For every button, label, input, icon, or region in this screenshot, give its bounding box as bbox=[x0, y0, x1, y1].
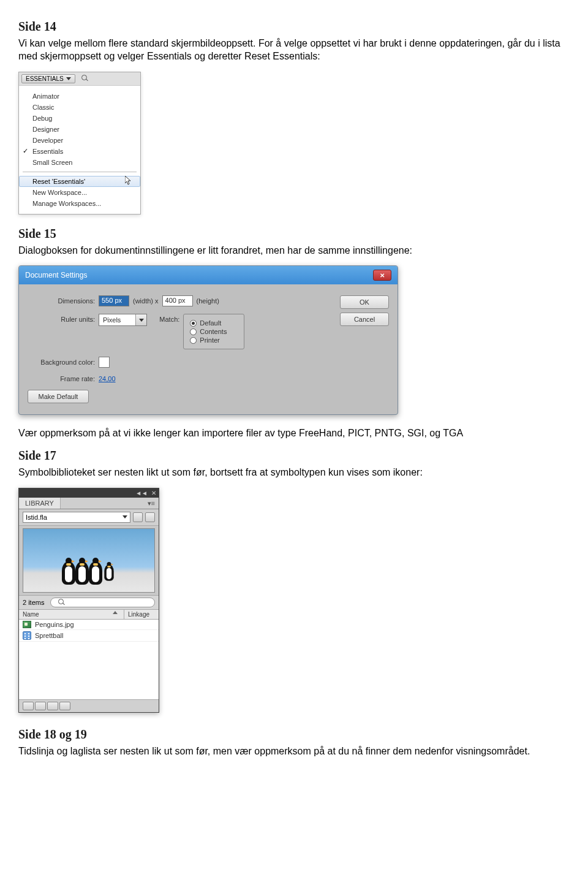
bitmap-icon bbox=[23, 621, 31, 628]
paragraph-side-17: Symbolbiblioteket ser nesten likt ut som… bbox=[18, 466, 570, 479]
workspace-action-reset-essentials[interactable]: Reset 'Essentials' bbox=[19, 176, 140, 187]
new-folder-button[interactable] bbox=[35, 702, 46, 710]
background-color-label: Background color: bbox=[28, 359, 95, 366]
column-header-name-label: Name bbox=[23, 611, 39, 618]
menu-divider bbox=[23, 172, 137, 172]
close-icon[interactable]: ✕ bbox=[151, 490, 156, 496]
heading-side-15: Side 15 bbox=[18, 227, 570, 241]
column-header-name[interactable]: Name bbox=[19, 610, 124, 619]
height-label: (height) bbox=[197, 297, 219, 305]
workspace-list: AnimatorClassicDebugDesignerDeveloperEss… bbox=[19, 86, 140, 214]
dialog-title: Document Settings bbox=[25, 271, 87, 279]
dialog-titlebar: Document Settings ✕ bbox=[19, 266, 398, 284]
library-item-name: Sprettball bbox=[35, 632, 63, 639]
radio-label: Default bbox=[200, 319, 221, 327]
library-item[interactable]: Penguins.jpg bbox=[19, 620, 159, 630]
heading-side-14: Side 14 bbox=[18, 20, 570, 34]
library-search-input[interactable] bbox=[50, 598, 155, 607]
width-input[interactable]: 550 px bbox=[99, 295, 129, 306]
pin-button[interactable] bbox=[133, 512, 143, 522]
movieclip-icon bbox=[23, 631, 31, 640]
dimensions-label: Dimensions: bbox=[28, 297, 95, 305]
match-radio-printer[interactable]: Printer bbox=[190, 336, 238, 344]
workspace-item-animator[interactable]: Animator bbox=[19, 91, 140, 102]
workspace-switcher-button[interactable]: ESSENTIALS bbox=[21, 74, 75, 83]
heading-side-18-19: Side 18 og 19 bbox=[18, 727, 570, 742]
paragraph-side-18-19: Tidslinja og laglista ser nesten lik ut … bbox=[18, 745, 570, 758]
document-settings-dialog: Document Settings ✕ Dimensions: 550 px (… bbox=[18, 265, 398, 415]
make-default-button[interactable]: Make Default bbox=[28, 390, 89, 403]
frame-rate-label: Frame rate: bbox=[28, 375, 95, 382]
new-library-button[interactable] bbox=[145, 512, 155, 522]
radio-label: Contents bbox=[200, 328, 227, 335]
workspace-item-classic[interactable]: Classic bbox=[19, 102, 140, 113]
paragraph-side-15: Dialogboksen for dokumentinnstillingene … bbox=[18, 245, 570, 257]
panel-tabs: LIBRARY ▾≡ bbox=[19, 498, 159, 509]
library-count-row: 2 items bbox=[19, 595, 159, 610]
workspace-header: ESSENTIALS bbox=[19, 72, 140, 86]
library-footer bbox=[19, 699, 159, 712]
library-item[interactable]: Sprettball bbox=[19, 630, 159, 642]
radio-label: Printer bbox=[200, 336, 219, 344]
sort-indicator-icon bbox=[113, 611, 118, 614]
heading-side-17: Side 17 bbox=[18, 449, 570, 463]
height-input[interactable]: 400 px bbox=[162, 295, 193, 306]
library-column-headers: Name Linkage bbox=[19, 610, 159, 620]
search-icon[interactable] bbox=[81, 75, 89, 82]
library-item-name: Penguins.jpg bbox=[35, 621, 74, 628]
workspace-item-debug[interactable]: Debug bbox=[19, 113, 140, 124]
workspace-item-developer[interactable]: Developer bbox=[19, 135, 140, 146]
cursor-icon bbox=[125, 176, 132, 187]
radio-icon bbox=[190, 320, 197, 327]
library-tab[interactable]: LIBRARY bbox=[19, 498, 61, 509]
match-radio-default[interactable]: Default bbox=[190, 319, 238, 327]
workspace-action-new-workspace[interactable]: New Workspace... bbox=[19, 187, 140, 198]
library-preview bbox=[23, 528, 155, 593]
frame-rate-value[interactable]: 24,00 bbox=[99, 375, 116, 382]
workspace-item-designer[interactable]: Designer bbox=[19, 124, 140, 135]
workspace-item-small-screen[interactable]: Small Screen bbox=[19, 157, 140, 168]
library-file-name: Istid.fla bbox=[26, 514, 47, 521]
collapse-icon[interactable]: ◄◄ bbox=[135, 490, 148, 496]
workspace-action-manage-workspaces[interactable]: Manage Workspaces... bbox=[19, 198, 140, 209]
workspace-switcher-label: ESSENTIALS bbox=[26, 75, 64, 82]
library-file-selector: Istid.fla bbox=[19, 509, 159, 526]
background-color-swatch[interactable] bbox=[99, 357, 110, 368]
cancel-button[interactable]: Cancel bbox=[340, 313, 389, 326]
match-label: Match: bbox=[159, 316, 179, 323]
match-radio-contents[interactable]: Contents bbox=[190, 328, 238, 335]
paragraph-side-14: Vi kan velge mellom flere standard skjer… bbox=[18, 37, 570, 63]
library-item-count: 2 items bbox=[23, 599, 44, 606]
preview-image-penguins bbox=[62, 556, 116, 587]
delete-button[interactable] bbox=[59, 702, 70, 710]
library-panel: ◄◄ ✕ LIBRARY ▾≡ Istid.fla 2 items Name bbox=[18, 488, 159, 713]
library-item-list: Penguins.jpgSprettball bbox=[19, 620, 159, 699]
ruler-units-label: Ruler units: bbox=[28, 316, 95, 323]
panel-top-bar: ◄◄ ✕ bbox=[19, 488, 159, 498]
library-file-dropdown[interactable]: Istid.fla bbox=[23, 512, 130, 523]
panel-options-icon[interactable]: ▾≡ bbox=[144, 498, 159, 509]
ruler-units-dropdown[interactable]: Pixels bbox=[99, 314, 147, 326]
match-radio-group: DefaultContentsPrinter bbox=[183, 314, 244, 349]
column-header-linkage[interactable]: Linkage bbox=[124, 610, 159, 619]
paragraph-side-15-note: Vær oppmerksom på at vi ikke lenger kan … bbox=[18, 427, 570, 440]
new-symbol-button[interactable] bbox=[23, 702, 34, 710]
close-button[interactable]: ✕ bbox=[373, 270, 391, 281]
dropdown-triangle-icon bbox=[123, 515, 127, 518]
search-icon bbox=[58, 599, 66, 606]
dropdown-arrow-icon bbox=[135, 314, 146, 325]
ruler-units-value: Pixels bbox=[99, 316, 135, 324]
width-x-label: (width) x bbox=[133, 297, 159, 305]
dropdown-triangle-icon bbox=[66, 77, 71, 80]
radio-icon bbox=[190, 337, 197, 344]
workspace-dropdown-panel: ESSENTIALS AnimatorClassicDebugDesignerD… bbox=[18, 72, 141, 215]
properties-button[interactable] bbox=[47, 702, 58, 710]
ok-button[interactable]: OK bbox=[340, 295, 389, 309]
workspace-item-essentials[interactable]: Essentials bbox=[19, 146, 140, 157]
radio-icon bbox=[190, 328, 197, 335]
